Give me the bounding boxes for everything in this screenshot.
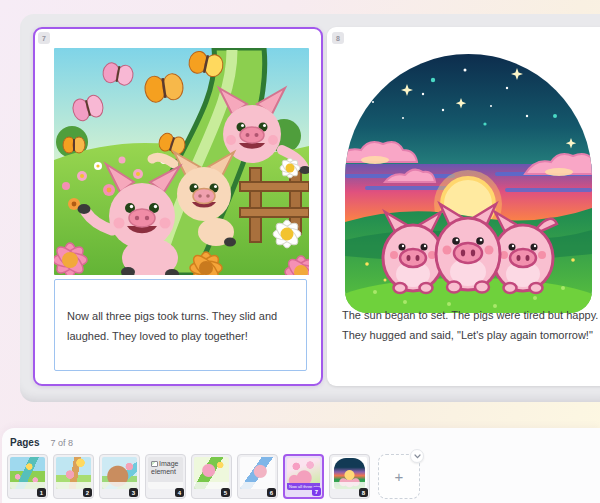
page-thumbnail-strip: 1 2 3 Image element 4 5 6 Now — [7, 454, 420, 499]
pigs-sunset-illustration — [345, 54, 592, 313]
thumbnail-number-badge: 6 — [267, 488, 276, 497]
thumbnail-page-1[interactable]: 1 — [7, 454, 48, 499]
thumbnail-image — [240, 457, 275, 489]
thumbnail-image: Now all three pigs t — [287, 458, 320, 490]
pages-title: Pages — [10, 437, 39, 448]
page-7-text: Now all three pigs took turns. They slid… — [67, 310, 277, 342]
thumbnail-page-6[interactable]: 6 — [237, 454, 278, 499]
pages-panel-header: Pages 7 of 8 — [2, 428, 600, 448]
pages-count: 7 of 8 — [50, 438, 73, 448]
page-7-illustration[interactable] — [54, 48, 309, 275]
add-page-button[interactable]: + — [378, 454, 420, 499]
page-8-illustration[interactable] — [345, 54, 592, 313]
page-8-text[interactable]: The sun began to set. The pigs were tire… — [342, 305, 600, 345]
broken-image-icon — [151, 461, 158, 467]
thumbnail-number-badge: 8 — [359, 488, 368, 497]
add-page-options-button[interactable] — [410, 449, 424, 463]
page-number-badge: 7 — [38, 32, 50, 44]
thumbnail-page-5[interactable]: 5 — [191, 454, 232, 499]
pigs-on-slide-illustration — [54, 48, 309, 275]
thumbnail-page-3[interactable]: 3 — [99, 454, 140, 499]
page-8-card[interactable]: 8 — [327, 27, 600, 386]
chevron-down-icon — [414, 454, 421, 459]
thumbnail-image — [56, 457, 91, 489]
thumbnail-page-8[interactable]: 8 — [329, 454, 370, 499]
thumbnail-image-broken: Image element — [148, 457, 183, 489]
page-number-badge: 8 — [332, 32, 344, 44]
thumbnail-number-badge: 1 — [37, 488, 46, 497]
pages-panel: Pages 7 of 8 1 2 3 Image element 4 5 — [2, 428, 600, 503]
thumbnail-number-badge: 3 — [129, 488, 138, 497]
thumbnail-image — [102, 457, 137, 489]
page-7-text-box[interactable]: Now all three pigs took turns. They slid… — [54, 279, 307, 371]
thumbnail-image — [10, 457, 45, 489]
thumbnail-number-badge: 7 — [312, 487, 321, 496]
thumbnail-image — [194, 457, 229, 489]
thumbnail-number-badge: 4 — [175, 488, 184, 497]
page-7-card[interactable]: 7 — [33, 27, 323, 386]
broken-image-label: Image element — [148, 457, 183, 476]
plus-icon: + — [395, 468, 404, 485]
thumbnail-page-7-selected[interactable]: Now all three pigs t 7 — [283, 454, 324, 499]
thumbnail-image — [332, 457, 367, 489]
thumbnail-page-4[interactable]: Image element 4 — [145, 454, 186, 499]
editor-canvas: 7 — [20, 14, 600, 402]
thumbnail-number-badge: 5 — [221, 488, 230, 497]
thumbnail-page-2[interactable]: 2 — [53, 454, 94, 499]
thumbnail-number-badge: 2 — [83, 488, 92, 497]
